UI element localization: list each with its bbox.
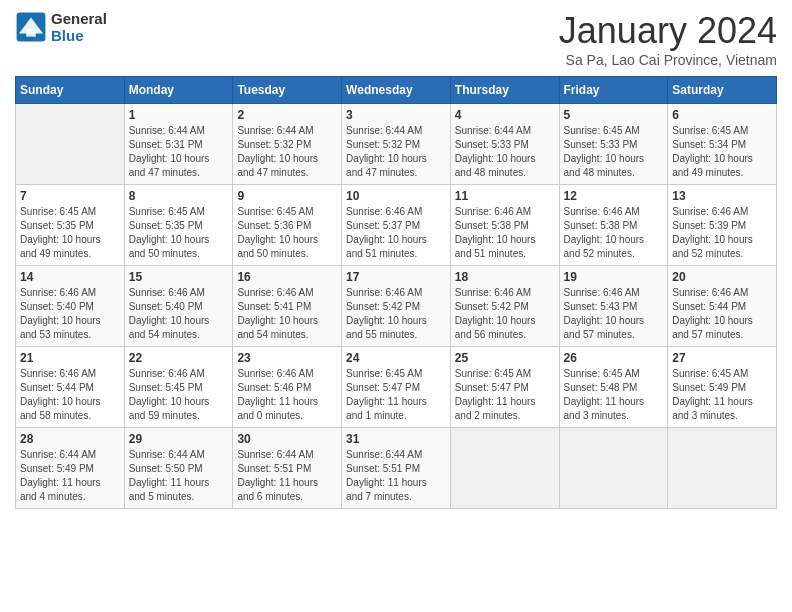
calendar-cell: 7Sunrise: 6:45 AM Sunset: 5:35 PM Daylig… [16, 185, 125, 266]
day-number: 29 [129, 432, 229, 446]
day-info: Sunrise: 6:46 AM Sunset: 5:41 PM Dayligh… [237, 286, 337, 342]
day-info: Sunrise: 6:46 AM Sunset: 5:37 PM Dayligh… [346, 205, 446, 261]
day-info: Sunrise: 6:46 AM Sunset: 5:40 PM Dayligh… [20, 286, 120, 342]
calendar-cell [668, 428, 777, 509]
day-number: 3 [346, 108, 446, 122]
day-info: Sunrise: 6:44 AM Sunset: 5:50 PM Dayligh… [129, 448, 229, 504]
calendar-cell [559, 428, 668, 509]
calendar-cell: 21Sunrise: 6:46 AM Sunset: 5:44 PM Dayli… [16, 347, 125, 428]
day-number: 24 [346, 351, 446, 365]
day-number: 14 [20, 270, 120, 284]
calendar-cell: 24Sunrise: 6:45 AM Sunset: 5:47 PM Dayli… [342, 347, 451, 428]
calendar-cell: 15Sunrise: 6:46 AM Sunset: 5:40 PM Dayli… [124, 266, 233, 347]
day-number: 5 [564, 108, 664, 122]
calendar-cell: 1Sunrise: 6:44 AM Sunset: 5:31 PM Daylig… [124, 104, 233, 185]
calendar-cell: 5Sunrise: 6:45 AM Sunset: 5:33 PM Daylig… [559, 104, 668, 185]
day-number: 17 [346, 270, 446, 284]
calendar-cell: 29Sunrise: 6:44 AM Sunset: 5:50 PM Dayli… [124, 428, 233, 509]
calendar-cell: 12Sunrise: 6:46 AM Sunset: 5:38 PM Dayli… [559, 185, 668, 266]
day-number: 12 [564, 189, 664, 203]
day-number: 16 [237, 270, 337, 284]
day-info: Sunrise: 6:46 AM Sunset: 5:42 PM Dayligh… [455, 286, 555, 342]
calendar-table: SundayMondayTuesdayWednesdayThursdayFrid… [15, 76, 777, 509]
day-number: 13 [672, 189, 772, 203]
day-info: Sunrise: 6:44 AM Sunset: 5:32 PM Dayligh… [346, 124, 446, 180]
header-monday: Monday [124, 77, 233, 104]
calendar-cell: 13Sunrise: 6:46 AM Sunset: 5:39 PM Dayli… [668, 185, 777, 266]
logo-icon [15, 11, 47, 43]
calendar-cell: 22Sunrise: 6:46 AM Sunset: 5:45 PM Dayli… [124, 347, 233, 428]
day-info: Sunrise: 6:45 AM Sunset: 5:36 PM Dayligh… [237, 205, 337, 261]
header-row: SundayMondayTuesdayWednesdayThursdayFrid… [16, 77, 777, 104]
day-number: 19 [564, 270, 664, 284]
day-info: Sunrise: 6:45 AM Sunset: 5:35 PM Dayligh… [129, 205, 229, 261]
calendar-cell [16, 104, 125, 185]
day-info: Sunrise: 6:46 AM Sunset: 5:38 PM Dayligh… [564, 205, 664, 261]
calendar-cell: 19Sunrise: 6:46 AM Sunset: 5:43 PM Dayli… [559, 266, 668, 347]
week-row-0: 1Sunrise: 6:44 AM Sunset: 5:31 PM Daylig… [16, 104, 777, 185]
day-info: Sunrise: 6:45 AM Sunset: 5:47 PM Dayligh… [346, 367, 446, 423]
calendar-cell: 30Sunrise: 6:44 AM Sunset: 5:51 PM Dayli… [233, 428, 342, 509]
calendar-cell: 9Sunrise: 6:45 AM Sunset: 5:36 PM Daylig… [233, 185, 342, 266]
calendar-header: SundayMondayTuesdayWednesdayThursdayFrid… [16, 77, 777, 104]
day-info: Sunrise: 6:46 AM Sunset: 5:46 PM Dayligh… [237, 367, 337, 423]
day-info: Sunrise: 6:46 AM Sunset: 5:39 PM Dayligh… [672, 205, 772, 261]
location-subtitle: Sa Pa, Lao Cai Province, Vietnam [559, 52, 777, 68]
day-number: 2 [237, 108, 337, 122]
day-info: Sunrise: 6:44 AM Sunset: 5:49 PM Dayligh… [20, 448, 120, 504]
calendar-cell: 25Sunrise: 6:45 AM Sunset: 5:47 PM Dayli… [450, 347, 559, 428]
day-number: 27 [672, 351, 772, 365]
day-info: Sunrise: 6:46 AM Sunset: 5:44 PM Dayligh… [20, 367, 120, 423]
day-info: Sunrise: 6:46 AM Sunset: 5:44 PM Dayligh… [672, 286, 772, 342]
header-thursday: Thursday [450, 77, 559, 104]
day-number: 20 [672, 270, 772, 284]
day-number: 6 [672, 108, 772, 122]
calendar-cell: 23Sunrise: 6:46 AM Sunset: 5:46 PM Dayli… [233, 347, 342, 428]
day-number: 28 [20, 432, 120, 446]
day-info: Sunrise: 6:45 AM Sunset: 5:49 PM Dayligh… [672, 367, 772, 423]
calendar-cell: 28Sunrise: 6:44 AM Sunset: 5:49 PM Dayli… [16, 428, 125, 509]
calendar-cell: 4Sunrise: 6:44 AM Sunset: 5:33 PM Daylig… [450, 104, 559, 185]
calendar-cell: 6Sunrise: 6:45 AM Sunset: 5:34 PM Daylig… [668, 104, 777, 185]
day-number: 10 [346, 189, 446, 203]
day-info: Sunrise: 6:45 AM Sunset: 5:47 PM Dayligh… [455, 367, 555, 423]
day-number: 22 [129, 351, 229, 365]
calendar-cell: 31Sunrise: 6:44 AM Sunset: 5:51 PM Dayli… [342, 428, 451, 509]
week-row-2: 14Sunrise: 6:46 AM Sunset: 5:40 PM Dayli… [16, 266, 777, 347]
svg-rect-2 [26, 29, 36, 37]
day-number: 25 [455, 351, 555, 365]
day-number: 31 [346, 432, 446, 446]
day-number: 21 [20, 351, 120, 365]
calendar-cell: 14Sunrise: 6:46 AM Sunset: 5:40 PM Dayli… [16, 266, 125, 347]
header-saturday: Saturday [668, 77, 777, 104]
header: General Blue January 2024 Sa Pa, Lao Cai… [15, 10, 777, 68]
day-info: Sunrise: 6:46 AM Sunset: 5:42 PM Dayligh… [346, 286, 446, 342]
day-info: Sunrise: 6:44 AM Sunset: 5:51 PM Dayligh… [346, 448, 446, 504]
day-number: 8 [129, 189, 229, 203]
week-row-1: 7Sunrise: 6:45 AM Sunset: 5:35 PM Daylig… [16, 185, 777, 266]
day-number: 15 [129, 270, 229, 284]
calendar-cell: 18Sunrise: 6:46 AM Sunset: 5:42 PM Dayli… [450, 266, 559, 347]
day-info: Sunrise: 6:44 AM Sunset: 5:31 PM Dayligh… [129, 124, 229, 180]
calendar-cell: 27Sunrise: 6:45 AM Sunset: 5:49 PM Dayli… [668, 347, 777, 428]
day-number: 1 [129, 108, 229, 122]
calendar-cell: 17Sunrise: 6:46 AM Sunset: 5:42 PM Dayli… [342, 266, 451, 347]
header-sunday: Sunday [16, 77, 125, 104]
day-number: 30 [237, 432, 337, 446]
day-info: Sunrise: 6:45 AM Sunset: 5:33 PM Dayligh… [564, 124, 664, 180]
day-info: Sunrise: 6:44 AM Sunset: 5:51 PM Dayligh… [237, 448, 337, 504]
day-info: Sunrise: 6:45 AM Sunset: 5:35 PM Dayligh… [20, 205, 120, 261]
week-row-3: 21Sunrise: 6:46 AM Sunset: 5:44 PM Dayli… [16, 347, 777, 428]
logo: General Blue [15, 10, 107, 44]
calendar-cell: 11Sunrise: 6:46 AM Sunset: 5:38 PM Dayli… [450, 185, 559, 266]
day-info: Sunrise: 6:44 AM Sunset: 5:33 PM Dayligh… [455, 124, 555, 180]
day-info: Sunrise: 6:45 AM Sunset: 5:48 PM Dayligh… [564, 367, 664, 423]
day-info: Sunrise: 6:45 AM Sunset: 5:34 PM Dayligh… [672, 124, 772, 180]
calendar-cell: 3Sunrise: 6:44 AM Sunset: 5:32 PM Daylig… [342, 104, 451, 185]
day-number: 23 [237, 351, 337, 365]
day-number: 11 [455, 189, 555, 203]
calendar-cell: 2Sunrise: 6:44 AM Sunset: 5:32 PM Daylig… [233, 104, 342, 185]
calendar-cell: 16Sunrise: 6:46 AM Sunset: 5:41 PM Dayli… [233, 266, 342, 347]
header-tuesday: Tuesday [233, 77, 342, 104]
calendar-cell: 26Sunrise: 6:45 AM Sunset: 5:48 PM Dayli… [559, 347, 668, 428]
